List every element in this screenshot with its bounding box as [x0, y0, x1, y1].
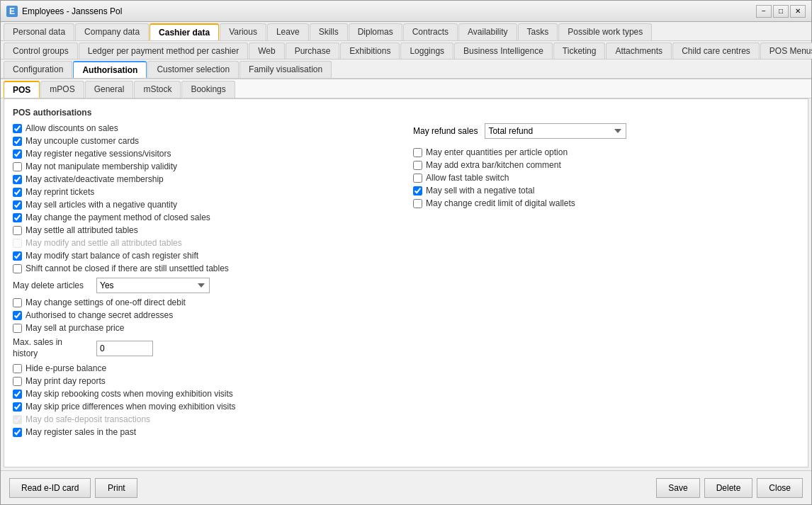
- delete-button[interactable]: Delete: [704, 478, 753, 498]
- tab-pos-tab[interactable]: POS: [4, 81, 40, 98]
- checkbox-settle-tables[interactable]: [13, 226, 22, 235]
- footer-right: Save Delete Close: [656, 478, 803, 498]
- checkbox-label-uncouple-cards: May uncouple customer cards: [26, 136, 139, 146]
- tab-web[interactable]: Web: [249, 42, 284, 59]
- max-sales-input[interactable]: [96, 341, 153, 356]
- delete-articles-select[interactable]: YesNoAsk: [96, 278, 210, 293]
- checkbox-row-sell-negative-qty: May sell articles with a negative quanti…: [13, 200, 399, 210]
- checkbox-row-settle-tables: May settle all attributed tables: [13, 225, 399, 235]
- checkbox-not-manipulate[interactable]: [13, 162, 22, 171]
- window-title: Employees - Janssens Pol: [22, 6, 122, 16]
- checkbox-row-skip-price-diff: May skip price differences when moving e…: [13, 402, 399, 412]
- tab-bookings-tab[interactable]: Bookings: [181, 81, 235, 98]
- tab-availability[interactable]: Availability: [458, 23, 517, 40]
- checkbox-row-enter-qty-option: May enter quantities per article option: [413, 147, 799, 157]
- checkbox-label-settle-tables: May settle all attributed tables: [26, 225, 138, 235]
- tab-personal-data[interactable]: Personal data: [4, 23, 74, 40]
- checkbox-skip-rebooking[interactable]: [13, 390, 22, 399]
- checkbox-label-hide-epurse: Hide e-purse balance: [26, 363, 106, 373]
- tab-various[interactable]: Various: [220, 23, 266, 40]
- checkbox-modify-start-balance[interactable]: [13, 251, 22, 261]
- tab-diplomas[interactable]: Diplomas: [349, 23, 402, 40]
- refund-select[interactable]: Total refundPartial refundNo refund: [485, 123, 626, 139]
- tab-tasks[interactable]: Tasks: [518, 23, 558, 40]
- checkbox-modify-settle[interactable]: [13, 239, 22, 248]
- two-column-layout: Allow discounts on salesMay uncouple cus…: [13, 123, 799, 440]
- tab-business-intelligence[interactable]: Business Intelligence: [454, 42, 553, 59]
- close-button[interactable]: Close: [757, 478, 803, 498]
- checkbox-hide-epurse[interactable]: [13, 364, 22, 373]
- checkbox-label-sell-negative-qty: May sell articles with a negative quanti…: [26, 200, 177, 210]
- right-column: May refund sales Total refundPartial ref…: [413, 123, 799, 440]
- checkbox-sell-negative-total[interactable]: [413, 186, 422, 195]
- checkbox-change-credit-limit[interactable]: [413, 199, 422, 208]
- tab-company-data[interactable]: Company data: [75, 23, 149, 40]
- tab-purchase[interactable]: Purchase: [286, 42, 340, 59]
- tab-row-4: POSmPOSGeneralmStockBookings: [1, 79, 811, 98]
- checkbox-row-safe-deposit: May do safe-deposit transactions: [13, 414, 399, 424]
- checkbox-label-modify-start-balance: May modify start balance of cash registe…: [26, 251, 198, 261]
- app-icon: E: [6, 6, 18, 17]
- tab-authorisation[interactable]: Authorisation: [73, 61, 147, 78]
- tab-leave[interactable]: Leave: [267, 23, 309, 40]
- tab-skills[interactable]: Skills: [310, 23, 348, 40]
- checkbox-enter-qty-option[interactable]: [413, 148, 422, 157]
- checkbox-register-negative[interactable]: [13, 149, 22, 159]
- tab-exhibitions[interactable]: Exhibitions: [340, 42, 400, 59]
- tab-ticketing[interactable]: Ticketing: [553, 42, 606, 59]
- save-button[interactable]: Save: [656, 478, 699, 498]
- checkbox-skip-price-diff[interactable]: [13, 402, 22, 412]
- checkbox-row-modify-start-balance: May modify start balance of cash registe…: [13, 251, 399, 261]
- checkbox-change-secret[interactable]: [13, 311, 22, 320]
- minimize-button[interactable]: −: [756, 5, 772, 18]
- tab-contracts[interactable]: Contracts: [403, 23, 458, 40]
- checkbox-safe-deposit[interactable]: [13, 415, 22, 424]
- tab-general-tab[interactable]: General: [85, 81, 134, 98]
- left-column: Allow discounts on salesMay uncouple cus…: [13, 123, 399, 440]
- checkbox-label-change-secret: Authorised to change secret addresses: [26, 310, 173, 320]
- checkbox-allow-discounts[interactable]: [13, 124, 22, 133]
- tab-mstock-tab[interactable]: mStock: [134, 81, 181, 98]
- checkbox-uncouple-cards[interactable]: [13, 137, 22, 146]
- checkbox-extra-comment[interactable]: [413, 161, 422, 170]
- checkbox-label-skip-price-diff: May skip price differences when moving e…: [26, 402, 236, 412]
- tab-ledger[interactable]: Ledger per payment method per cashier: [79, 42, 248, 59]
- tab-row-1: Personal dataCompany dataCashier dataVar…: [1, 22, 811, 41]
- checkbox-activate-membership[interactable]: [13, 175, 22, 184]
- checkbox-label-reprint-tickets: May reprint tickets: [26, 187, 94, 197]
- close-window-button[interactable]: ✕: [790, 5, 806, 18]
- title-bar: E Employees - Janssens Pol − □ ✕: [1, 1, 811, 22]
- title-buttons: − □ ✕: [756, 5, 806, 18]
- tab-control-groups[interactable]: Control groups: [4, 42, 78, 59]
- tab-child-care[interactable]: Child care centres: [672, 42, 760, 59]
- delete-articles-row: May delete articlesYesNoAsk: [13, 278, 399, 293]
- tab-loggings[interactable]: Loggings: [400, 42, 453, 59]
- tab-pos-menus[interactable]: POS Menus: [760, 42, 812, 59]
- checkbox-change-direct-debit[interactable]: [13, 298, 22, 307]
- tab-cashier-data[interactable]: Cashier data: [150, 23, 219, 40]
- read-eid-button[interactable]: Read e-ID card: [9, 478, 91, 498]
- checkbox-label-register-negative: May register negative sessions/visitors: [26, 149, 171, 159]
- content-area: POS authorisations Allow discounts on sa…: [4, 98, 808, 467]
- checkbox-sell-negative-qty[interactable]: [13, 200, 22, 210]
- checkbox-sell-purchase-price[interactable]: [13, 324, 22, 333]
- checkbox-change-payment[interactable]: [13, 213, 22, 222]
- checkbox-row-modify-settle: May modify and settle all attributed tab…: [13, 238, 399, 248]
- tab-mpos-tab[interactable]: mPOS: [40, 81, 84, 98]
- checkbox-register-past-sales[interactable]: [13, 428, 22, 437]
- checkbox-reprint-tickets[interactable]: [13, 188, 22, 197]
- max-sales-row: Max. sales inhistory: [13, 337, 399, 359]
- checkbox-fast-table[interactable]: [413, 174, 422, 183]
- maximize-button[interactable]: □: [773, 5, 789, 18]
- checkbox-shift-not-close[interactable]: [13, 264, 22, 273]
- tab-configuration[interactable]: Configuration: [4, 61, 72, 78]
- tab-family-visualisation[interactable]: Family visualisation: [239, 61, 332, 78]
- checkbox-print-day-reports[interactable]: [13, 377, 22, 386]
- tab-possible-work-types[interactable]: Possible work types: [558, 23, 652, 40]
- print-button[interactable]: Print: [95, 478, 137, 498]
- tab-attachments[interactable]: Attachments: [606, 42, 672, 59]
- right-checkboxes-container: May enter quantities per article optionM…: [413, 147, 799, 208]
- tab-row-2: Control groupsLedger per payment method …: [1, 41, 811, 59]
- tab-customer-selection[interactable]: Customer selection: [147, 61, 239, 78]
- checkbox-row-change-credit-limit: May change credit limit of digital walle…: [413, 198, 799, 208]
